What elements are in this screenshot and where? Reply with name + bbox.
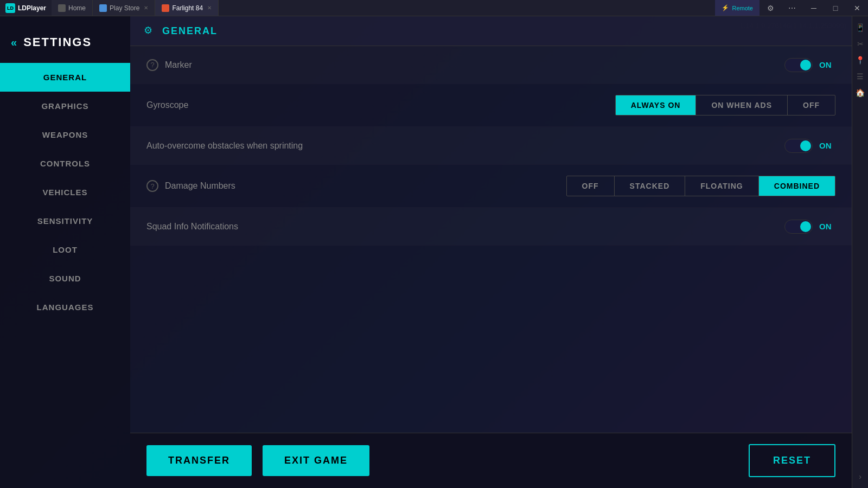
brand: LD LDPlayer (0, 3, 52, 13)
ld-right-sidebar: 📱 ✂ 📍 ☰ 🏠 › (852, 16, 868, 488)
playstore-tab-icon (99, 4, 107, 12)
dots-btn[interactable]: ⋯ (781, 0, 803, 16)
remote-label: Remote (732, 5, 753, 11)
tab-home[interactable]: Home (52, 0, 93, 16)
nav-item-vehicles[interactable]: VEHICLES (0, 178, 130, 207)
auto-overcome-label: Auto-overcome obstacles when sprinting (146, 141, 303, 151)
exit-game-button[interactable]: EXIT GAME (263, 445, 369, 476)
gyroscope-row: Gyroscope ALWAYS ON ON WHEN ADS OFF (130, 84, 852, 127)
marker-toggle-container: ON (784, 58, 835, 72)
tab-playstore[interactable]: Play Store ✕ (93, 0, 155, 16)
squad-info-label-container: Squad Info Notifications (146, 222, 784, 232)
gyroscope-segmented: ALWAYS ON ON WHEN ADS OFF (615, 95, 835, 115)
right-icon-expand[interactable]: › (854, 471, 866, 483)
title-bar-left: LD LDPlayer Home Play Store ✕ Farlight 8… (0, 0, 219, 16)
marker-label-container: ? Marker (146, 59, 784, 71)
content-header: ⚙ GENERAL (130, 16, 852, 46)
tab-farlight[interactable]: Farlight 84 ✕ (155, 0, 219, 16)
reset-button[interactable]: RESET (749, 444, 835, 477)
right-icon-3[interactable]: 📍 (854, 54, 866, 66)
back-icon[interactable]: « (11, 36, 18, 49)
content-header-gear-icon: ⚙ (144, 24, 157, 37)
settings-footer: TRANSFER EXIT GAME RESET (130, 433, 852, 488)
marker-row: ? Marker ON (130, 46, 852, 84)
squad-info-toggle-knob (800, 221, 811, 232)
right-icon-1[interactable]: 📱 (854, 22, 866, 34)
nav-item-loot[interactable]: LOOT (0, 235, 130, 264)
damage-numbers-combined[interactable]: COMBINED (759, 176, 835, 196)
playstore-tab-close[interactable]: ✕ (144, 5, 148, 11)
farlight-tab-icon (162, 4, 169, 12)
settings-body: ? Marker ON Gyroscope (130, 46, 852, 433)
settings-titlebar-btn[interactable]: ⚙ (760, 0, 781, 16)
auto-overcome-toggle[interactable] (784, 139, 813, 153)
game-area: 1.14.1.9.276146(1.14.1.1.253099) « SETTI… (0, 16, 852, 488)
settings-title: « SETTINGS (0, 27, 130, 63)
squad-info-row: Squad Info Notifications ON (130, 208, 852, 246)
gyroscope-label-container: Gyroscope (146, 100, 615, 110)
farlight-tab-close[interactable]: ✕ (207, 5, 212, 11)
nav-item-general[interactable]: GENERAL (0, 63, 130, 92)
settings-content: ⚙ GENERAL ? Marker (130, 16, 852, 488)
damage-numbers-off[interactable]: OFF (567, 176, 615, 196)
restore-button[interactable]: □ (825, 0, 846, 16)
squad-info-toggle[interactable] (784, 220, 813, 234)
right-icon-5[interactable]: 🏠 (854, 87, 866, 99)
home-tab-icon (58, 4, 66, 12)
right-icon-2[interactable]: ✂ (854, 38, 866, 50)
main-container: 1.14.1.9.276146(1.14.1.1.253099) « SETTI… (0, 16, 868, 488)
playstore-tab-label: Play Store (110, 4, 139, 12)
nav-item-languages[interactable]: LANGUAGES (0, 293, 130, 322)
brand-label: LDPlayer (18, 4, 46, 12)
marker-label: Marker (165, 60, 192, 70)
gyroscope-on-when-ads[interactable]: ON WHEN ADS (696, 95, 788, 115)
auto-overcome-toggle-status: ON (819, 141, 835, 150)
auto-overcome-label-container: Auto-overcome obstacles when sprinting (146, 141, 784, 151)
auto-overcome-toggle-knob (800, 140, 811, 151)
marker-toggle-status: ON (819, 60, 835, 69)
damage-numbers-segmented: OFF STACKED FLOATING COMBINED (566, 176, 835, 196)
auto-overcome-toggle-container: ON (784, 139, 835, 153)
home-tab-label: Home (68, 4, 86, 12)
marker-help-icon[interactable]: ? (146, 59, 158, 71)
gyroscope-off[interactable]: OFF (788, 95, 835, 115)
remote-button[interactable]: ⚡ Remote (715, 0, 760, 16)
gyroscope-label: Gyroscope (146, 100, 188, 110)
damage-numbers-stacked[interactable]: STACKED (615, 176, 686, 196)
marker-toggle-knob (800, 60, 811, 70)
right-icon-4[interactable]: ☰ (854, 70, 866, 82)
nav-item-sensitivity[interactable]: SENSITIVITY (0, 207, 130, 235)
close-button[interactable]: ✕ (846, 0, 868, 16)
auto-overcome-row: Auto-overcome obstacles when sprinting O… (130, 127, 852, 165)
ld-logo: LD (5, 3, 15, 13)
minimize-button[interactable]: ─ (803, 0, 825, 16)
squad-info-label: Squad Info Notifications (146, 222, 238, 232)
nav-item-sound[interactable]: SOUND (0, 264, 130, 293)
settings-overlay: « SETTINGS GENERAL GRAPHICS WEAPONS CONT… (0, 16, 852, 488)
title-bar: LD LDPlayer Home Play Store ✕ Farlight 8… (0, 0, 868, 16)
title-bar-right: ⚡ Remote ⚙ ⋯ ─ □ ✕ (715, 0, 868, 16)
transfer-button[interactable]: TRANSFER (146, 445, 252, 476)
damage-numbers-floating[interactable]: FLOATING (685, 176, 759, 196)
damage-numbers-label: Damage Numbers (165, 181, 235, 191)
settings-title-label: SETTINGS (23, 35, 92, 49)
damage-numbers-row: ? Damage Numbers OFF STACKED FLOATING CO… (130, 165, 852, 208)
gyroscope-always-on[interactable]: ALWAYS ON (616, 95, 697, 115)
damage-numbers-help-icon[interactable]: ? (146, 180, 158, 192)
nav-item-graphics[interactable]: GRAPHICS (0, 92, 130, 120)
squad-info-toggle-container: ON (784, 220, 835, 234)
squad-info-toggle-status: ON (819, 222, 835, 231)
content-header-title: GENERAL (162, 25, 218, 37)
marker-toggle[interactable] (784, 58, 813, 72)
farlight-tab-label: Farlight 84 (172, 4, 203, 12)
remote-icon: ⚡ (722, 4, 729, 12)
nav-item-weapons[interactable]: WEAPONS (0, 120, 130, 149)
settings-nav: « SETTINGS GENERAL GRAPHICS WEAPONS CONT… (0, 16, 130, 488)
damage-numbers-label-container: ? Damage Numbers (146, 180, 566, 192)
nav-item-controls[interactable]: CONTROLS (0, 149, 130, 178)
